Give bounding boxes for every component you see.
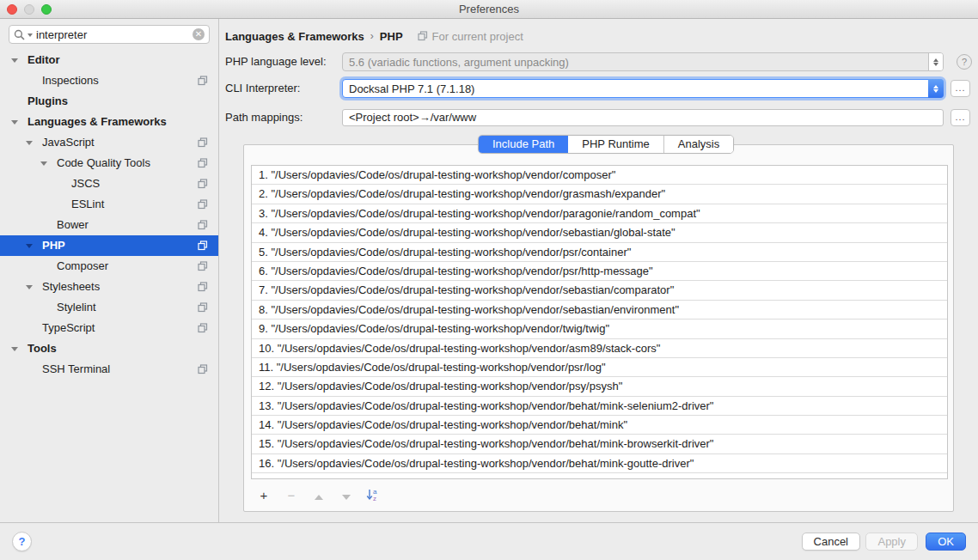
current-project-icon (198, 158, 208, 168)
close-window-button[interactable] (7, 4, 17, 15)
remove-path-button[interactable]: − (284, 488, 299, 502)
disclosure-triangle-icon[interactable] (26, 285, 33, 289)
sidebar-item-label: Languages & Frameworks (28, 115, 167, 128)
disclosure-triangle-icon[interactable] (11, 120, 18, 125)
tab-php-runtime[interactable]: PHP Runtime (568, 136, 664, 153)
language-level-stepper-icon[interactable] (928, 53, 943, 70)
include-path-row[interactable]: 12. "/Users/opdavies/Code/os/drupal-test… (252, 377, 947, 396)
include-path-row[interactable]: 9. "/Users/opdavies/Code/os/drupal-testi… (252, 320, 947, 338)
sidebar-item-javascript[interactable]: JavaScript (0, 132, 218, 153)
add-path-button[interactable]: + (256, 488, 272, 502)
disclosure-triangle-icon[interactable] (11, 347, 18, 351)
zoom-window-button[interactable] (41, 4, 52, 15)
sidebar-item-bower[interactable]: Bower (0, 215, 218, 235)
sidebar-item-composer[interactable]: Composer (0, 256, 218, 277)
sidebar-item-code-quality-tools[interactable]: Code Quality Tools (0, 153, 218, 173)
include-path-row[interactable]: 1. "/Users/opdavies/Code/os/drupal-testi… (252, 166, 947, 185)
sidebar-item-label: SSH Terminal (42, 362, 110, 375)
current-project-icon (418, 31, 428, 41)
language-level-value: 5.6 (variadic functions, argument unpack… (343, 56, 928, 69)
sidebar-item-label: Editor (28, 53, 60, 66)
sidebar-item-editor[interactable]: Editor (0, 50, 218, 70)
breadcrumb-separator-icon: › (370, 30, 374, 42)
include-path-row[interactable]: 11. "/Users/opdavies/Code/os/drupal-test… (252, 358, 947, 377)
sidebar-item-eslint[interactable]: ESLint (0, 194, 218, 215)
settings-sidebar: ✕ EditorInspectionsPluginsLanguages & Fr… (0, 19, 219, 522)
cli-interpreter-value: Docksal PHP 7.1 (7.1.18) (343, 82, 928, 95)
language-level-help-icon[interactable]: ? (957, 54, 972, 70)
tab-include-path[interactable]: Include Path (479, 136, 568, 153)
include-path-row[interactable]: 4. "/Users/opdavies/Code/os/drupal-testi… (252, 223, 947, 242)
include-path-row[interactable]: 13. "/Users/opdavies/Code/os/drupal-test… (252, 397, 947, 416)
disclosure-triangle-icon[interactable] (40, 161, 47, 166)
cli-interpreter-select[interactable]: Docksal PHP 7.1 (7.1.18) (342, 79, 944, 98)
include-path-row[interactable]: 5. "/Users/opdavies/Code/os/drupal-testi… (252, 243, 947, 262)
include-path-row[interactable]: 10. "/Users/opdavies/Code/os/drupal-test… (252, 339, 947, 358)
sidebar-item-label: Inspections (42, 74, 99, 87)
move-up-button[interactable] (311, 488, 327, 502)
path-mappings-label: Path mappings: (225, 108, 303, 127)
path-mappings-browse-button[interactable]: ... (950, 109, 970, 126)
sidebar-item-typescript[interactable]: TypeScript (0, 318, 218, 338)
sidebar-item-ssh-terminal[interactable]: SSH Terminal (0, 359, 218, 380)
search-input[interactable] (36, 28, 193, 41)
include-path-row[interactable]: 8. "/Users/opdavies/Code/os/drupal-testi… (252, 301, 947, 320)
sidebar-item-label: Composer (57, 259, 108, 272)
sidebar-item-label: TypeScript (42, 321, 95, 334)
language-level-select[interactable]: 5.6 (variadic functions, argument unpack… (342, 52, 944, 71)
scope-indicator: For current project (418, 30, 523, 43)
sidebar-item-jscs[interactable]: JSCS (0, 173, 218, 194)
sidebar-item-label: Bower (57, 218, 89, 231)
include-path-row[interactable]: 2. "/Users/opdavies/Code/os/drupal-testi… (252, 185, 947, 204)
sidebar-item-label: JavaScript (42, 136, 95, 149)
include-path-list: 1. "/Users/opdavies/Code/os/drupal-testi… (251, 165, 948, 479)
disclosure-triangle-icon[interactable] (26, 141, 33, 145)
sidebar-item-inspections[interactable]: Inspections (0, 70, 218, 91)
sidebar-item-php[interactable]: PHP (0, 235, 218, 256)
sidebar-item-label: Plugins (28, 94, 68, 107)
search-options-chevron-icon[interactable] (28, 33, 33, 37)
sidebar-item-stylesheets[interactable]: Stylesheets (0, 277, 218, 297)
include-path-row[interactable]: 6. "/Users/opdavies/Code/os/drupal-testi… (252, 262, 947, 281)
current-project-icon (198, 261, 208, 271)
sidebar-item-label: PHP (42, 239, 65, 252)
move-down-button[interactable] (339, 488, 354, 502)
apply-button[interactable]: Apply (865, 533, 918, 551)
disclosure-triangle-icon[interactable] (26, 244, 33, 248)
settings-search-box[interactable]: ✕ (9, 25, 210, 44)
list-toolbar: + − a z (251, 484, 382, 506)
disclosure-triangle-icon[interactable] (11, 58, 18, 63)
sidebar-item-label: ESLint (71, 198, 104, 210)
cancel-button[interactable]: Cancel (802, 533, 860, 551)
breadcrumb: Languages & Frameworks › PHP For current… (225, 27, 523, 45)
current-project-icon (198, 199, 208, 210)
breadcrumb-parent[interactable]: Languages & Frameworks (225, 30, 364, 43)
settings-content: Languages & Frameworks › PHP For current… (219, 19, 978, 522)
settings-tree: EditorInspectionsPluginsLanguages & Fram… (0, 50, 218, 380)
sidebar-item-tools[interactable]: Tools (0, 338, 218, 359)
clear-search-icon[interactable]: ✕ (193, 28, 205, 40)
cli-interpreter-label: CLI Interpreter: (225, 79, 300, 98)
cli-interpreter-stepper-icon[interactable] (928, 79, 944, 98)
scope-label: For current project (432, 30, 523, 43)
sort-alphabetically-button[interactable]: a z (366, 488, 382, 502)
sidebar-item-stylelint[interactable]: Stylelint (0, 297, 218, 318)
sidebar-item-plugins[interactable]: Plugins (0, 91, 218, 112)
tab-analysis[interactable]: Analysis (664, 136, 733, 153)
include-path-row[interactable]: 3. "/Users/opdavies/Code/os/drupal-testi… (252, 204, 947, 223)
include-path-row[interactable]: 7. "/Users/opdavies/Code/os/drupal-testi… (252, 281, 947, 300)
include-path-row[interactable]: 16. "/Users/opdavies/Code/os/drupal-test… (252, 454, 947, 473)
move-up-icon (315, 495, 323, 500)
sidebar-item-label: Code Quality Tools (57, 156, 150, 169)
minimize-window-button[interactable] (24, 4, 34, 15)
include-path-row[interactable]: 14. "/Users/opdavies/Code/os/drupal-test… (252, 416, 947, 435)
breadcrumb-current: PHP (380, 30, 403, 43)
include-path-row[interactable]: 15. "/Users/opdavies/Code/os/drupal-test… (252, 435, 947, 453)
include-path-panel: 1. "/Users/opdavies/Code/os/drupal-testi… (243, 144, 954, 512)
path-mappings-field[interactable]: <Project root>→/var/www (342, 109, 944, 126)
sidebar-item-languages-frameworks[interactable]: Languages & Frameworks (0, 112, 218, 132)
include-path-row[interactable]: 17. "/Users/opdavies/Code/os/drupal-test… (252, 473, 947, 479)
cli-interpreter-browse-button[interactable]: ... (950, 80, 970, 97)
language-level-label: PHP language level: (225, 52, 327, 71)
ok-button[interactable]: OK (926, 533, 966, 551)
